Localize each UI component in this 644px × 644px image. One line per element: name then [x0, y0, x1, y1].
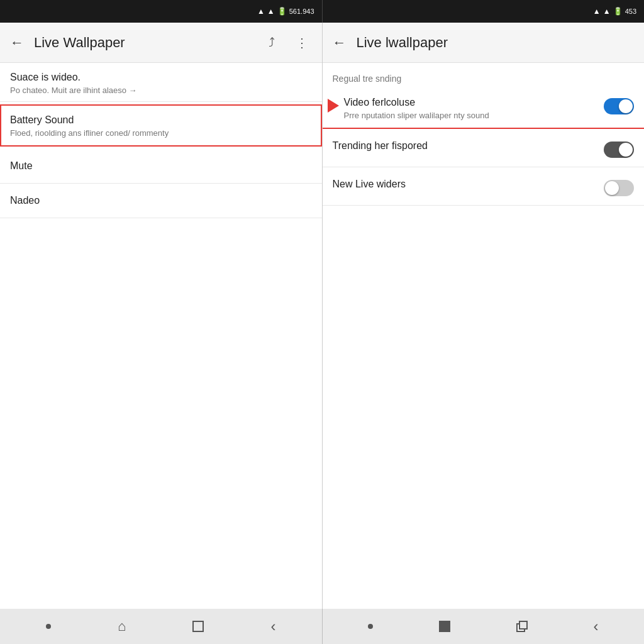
battery-sound-title: Battery Sound — [10, 114, 312, 126]
video-ferlcoluse-title: Video ferlcoluse — [344, 97, 604, 108]
share-button[interactable]: ⤴ — [262, 33, 282, 53]
left-app-bar-icons: ⤴ ⋮ — [262, 33, 312, 53]
new-live-widers-title: New Live widers — [333, 179, 604, 190]
screens-container: ← Live Wallpaper ⤴ ⋮ Suace is wideo. Po … — [0, 23, 644, 609]
menu-button[interactable]: ⋮ — [292, 33, 312, 53]
right-content: Regual tre snding Video ferlcoluse Prre … — [323, 63, 645, 609]
trending-content: Trending her fispored — [333, 140, 604, 154]
status-bar-right: ▲ ▲ 🔋 453 — [323, 0, 645, 23]
section-header: Regual tre snding — [323, 63, 645, 89]
signal-icon-left: ▲ — [267, 7, 275, 16]
new-live-widers-content: New Live widers — [333, 179, 604, 192]
nav-back-left[interactable]: ‹ — [270, 618, 275, 635]
nav-home-left[interactable]: ⌂ — [118, 618, 126, 635]
battery-text-left: 561.943 — [289, 8, 314, 15]
new-live-widers-knob — [605, 181, 619, 195]
video-ferlcoluse-knob — [619, 99, 633, 113]
trending-item[interactable]: Trending her fispored — [323, 129, 645, 167]
video-ferlcoluse-item[interactable]: Video ferlcoluse Prre nputation sliper w… — [323, 89, 645, 129]
status-bar-left: ▲ ▲ 🔋 561.943 — [0, 0, 322, 23]
screen-right: ← Live lwallpaper Regual tre snding Vide… — [323, 23, 645, 609]
nav-bar-left: ⌂ ‹ — [0, 609, 322, 644]
battery-icon-right: 🔋 — [613, 7, 623, 16]
nadeo-item[interactable]: Nadeo — [0, 184, 322, 218]
nav-recents-right[interactable] — [439, 621, 450, 632]
nav-dot-right[interactable] — [368, 624, 373, 629]
mute-title: Mute — [10, 160, 312, 172]
nav-back-right[interactable]: ‹ — [594, 618, 599, 635]
trending-knob — [619, 143, 633, 157]
trending-title: Trending her fispored — [333, 140, 604, 152]
left-screen-title: Live Wallpaper — [34, 35, 262, 51]
left-item-1-title: Suace is wideo. — [10, 72, 312, 83]
nav-back-arrow-right: ‹ — [594, 618, 599, 635]
wifi-icon-right: ▲ — [593, 7, 601, 16]
nav-dot-left[interactable] — [46, 624, 51, 629]
screen-left: ← Live Wallpaper ⤴ ⋮ Suace is wideo. Po … — [0, 23, 323, 609]
battery-icon-left: 🔋 — [277, 7, 287, 16]
mute-item[interactable]: Mute — [0, 149, 322, 184]
left-content: Suace is wideo. Po chateo. Muit are ilhi… — [0, 63, 322, 609]
nadeo-title: Nadeo — [10, 195, 312, 206]
nav-back-arrow-left: ‹ — [270, 618, 275, 635]
video-ferlcoluse-content: Video ferlcoluse Prre nputation sliper w… — [344, 97, 604, 120]
nav-bar-right: ‹ — [323, 609, 645, 644]
video-ferlcoluse-subtitle: Prre nputation sliper walilaper nty soun… — [344, 111, 604, 120]
new-live-widers-item[interactable]: New Live widers — [323, 167, 645, 206]
left-app-bar: ← Live Wallpaper ⤴ ⋮ — [0, 23, 322, 63]
left-back-button[interactable]: ← — [10, 35, 24, 51]
battery-text-right: 453 — [625, 8, 636, 15]
red-arrow-icon — [328, 99, 339, 113]
right-app-bar: ← Live lwallpaper — [323, 23, 645, 63]
battery-sound-item[interactable]: Battery Sound Floed, rioolding ans iflin… — [0, 104, 322, 147]
left-item-1-subtitle: Po chateo. Muit are ilhint alaeso → — [10, 86, 312, 95]
video-ferlcoluse-toggle[interactable] — [604, 98, 634, 114]
nav-bar: ⌂ ‹ ‹ — [0, 609, 644, 644]
left-item-1[interactable]: Suace is wideo. Po chateo. Muit are ilhi… — [0, 63, 322, 102]
status-icons-right: ▲ ▲ 🔋 453 — [593, 7, 636, 16]
right-screen-title: Live lwallpaper — [357, 35, 635, 51]
nav-recents-left[interactable] — [192, 621, 204, 632]
right-back-button[interactable]: ← — [333, 35, 347, 51]
nav-copy-right[interactable] — [516, 621, 528, 632]
new-live-widers-toggle[interactable] — [604, 180, 634, 196]
wifi-icon-left: ▲ — [257, 7, 265, 16]
trending-toggle[interactable] — [604, 142, 634, 158]
battery-sound-subtitle: Floed, rioolding ans ifliner coned/ romm… — [10, 128, 312, 138]
status-icons-left: ▲ ▲ 🔋 561.943 — [257, 7, 314, 16]
signal-icon-right: ▲ — [603, 7, 611, 16]
status-bar: ▲ ▲ 🔋 561.943 ▲ ▲ 🔋 453 — [0, 0, 644, 23]
section-header-text: Regual tre snding — [333, 74, 402, 84]
